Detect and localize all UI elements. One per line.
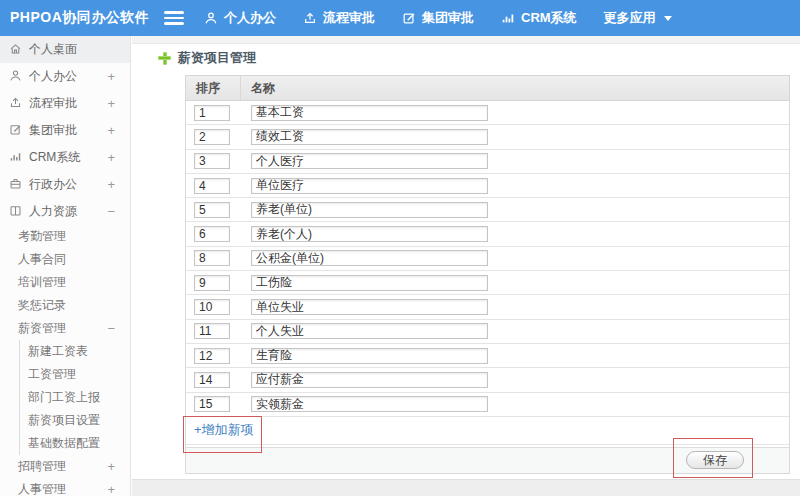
sidebar-item-label: 工资管理 — [28, 366, 76, 383]
sidebar-item-personal-office[interactable]: 个人办公 + — [0, 63, 130, 90]
collapse-minus-icon[interactable]: − — [107, 204, 115, 219]
table-row — [186, 174, 789, 198]
sidebar-item-basic-data-config[interactable]: 基础数据配置 — [20, 432, 130, 455]
sidebar-item-label: 部门工资上报 — [28, 389, 100, 406]
item-name-input[interactable] — [251, 348, 488, 364]
sort-order-input[interactable] — [194, 275, 230, 291]
page-title-text: 薪资项目管理 — [178, 49, 256, 67]
table-row — [186, 320, 789, 344]
sort-order-input[interactable] — [194, 178, 230, 194]
user-icon — [204, 11, 218, 25]
nav-item-more-apps[interactable]: 更多应用 — [604, 9, 672, 27]
green-plus-icon — [158, 52, 171, 65]
sort-order-input[interactable] — [194, 372, 230, 388]
column-header-name: 名称 — [241, 76, 789, 100]
table-row — [186, 125, 789, 149]
sidebar-item-label: 考勤管理 — [18, 228, 66, 245]
item-name-input[interactable] — [251, 226, 488, 242]
sort-order-input[interactable] — [194, 323, 230, 339]
add-new-item-link[interactable]: +增加新项 — [194, 421, 254, 439]
name-cell — [241, 178, 789, 194]
hamburger-menu-icon[interactable] — [164, 11, 184, 25]
table-row — [186, 150, 789, 174]
sidebar-item-recruitment-mgmt[interactable]: 招聘管理 + — [0, 455, 130, 478]
item-name-input[interactable] — [251, 153, 488, 169]
caret-down-icon — [664, 16, 672, 21]
sidebar-item-human-resources[interactable]: 人力资源 − — [0, 198, 130, 225]
item-name-input[interactable] — [251, 396, 488, 412]
expand-plus-icon[interactable]: + — [107, 123, 115, 138]
column-header-order: 排序 — [186, 76, 241, 100]
nav-label: 集团审批 — [422, 9, 474, 27]
sidebar-item-personal-desktop[interactable]: 个人桌面 — [0, 36, 130, 63]
order-cell — [186, 178, 241, 194]
item-name-input[interactable] — [251, 323, 488, 339]
sidebar-item-label: 基础数据配置 — [28, 435, 100, 452]
table-body — [186, 101, 789, 417]
table-body-wrap: +增加新项 保存 — [185, 101, 790, 474]
sidebar-item-group-approval[interactable]: 集团审批 + — [0, 117, 130, 144]
item-name-input[interactable] — [251, 202, 488, 218]
sort-order-input[interactable] — [194, 299, 230, 315]
item-name-input[interactable] — [251, 178, 488, 194]
expand-plus-icon[interactable]: + — [107, 459, 115, 474]
expand-plus-icon[interactable]: + — [107, 482, 115, 496]
table-row — [186, 295, 789, 319]
sidebar-item-hr-contract[interactable]: 人事合同 — [0, 248, 130, 271]
nav-label: CRM系统 — [521, 9, 577, 27]
sidebar-item-process-approval[interactable]: 流程审批 + — [0, 90, 130, 117]
sidebar-item-salary-mgmt[interactable]: 薪资管理 − — [0, 317, 130, 340]
sort-order-input[interactable] — [194, 202, 230, 218]
collapse-minus-icon[interactable]: − — [107, 321, 115, 336]
sidebar-item-label: 薪资项目设置 — [28, 412, 100, 429]
nav-label: 流程审批 — [323, 9, 375, 27]
item-name-input[interactable] — [251, 372, 488, 388]
sidebar-item-new-payroll[interactable]: 新建工资表 — [20, 340, 130, 363]
item-name-input[interactable] — [251, 105, 488, 121]
sort-order-input[interactable] — [194, 105, 230, 121]
sidebar: 个人桌面 个人办公 + 流程审批 + 集团审批 + CRM系统 + 行政办公 +… — [0, 36, 131, 496]
order-cell — [186, 129, 241, 145]
sidebar-item-crm-system[interactable]: CRM系统 + — [0, 144, 130, 171]
sort-order-input[interactable] — [194, 226, 230, 242]
sidebar-item-personnel-mgmt[interactable]: 人事管理 + — [0, 478, 130, 496]
sidebar-item-admin-office[interactable]: 行政办公 + — [0, 171, 130, 198]
sidebar-item-label: CRM系统 — [29, 149, 80, 166]
table-header-row: 排序 名称 — [185, 75, 790, 101]
page-title: 薪资项目管理 — [158, 49, 256, 67]
sidebar-item-label: 奖惩记录 — [18, 297, 66, 314]
expand-plus-icon[interactable]: + — [107, 150, 115, 165]
order-cell — [186, 275, 241, 291]
item-name-input[interactable] — [251, 250, 488, 266]
book-icon — [9, 204, 22, 220]
salary-submenu: 新建工资表 工资管理 部门工资上报 薪资项目设置 基础数据配置 — [19, 340, 130, 455]
nav-item-crm-system[interactable]: CRM系统 — [501, 9, 577, 27]
nav-item-group-approval[interactable]: 集团审批 — [402, 9, 474, 27]
expand-plus-icon[interactable]: + — [107, 96, 115, 111]
sidebar-item-training-mgmt[interactable]: 培训管理 — [0, 271, 130, 294]
sidebar-item-attendance-mgmt[interactable]: 考勤管理 — [0, 225, 130, 248]
item-name-input[interactable] — [251, 129, 488, 145]
sidebar-item-dept-payroll-report[interactable]: 部门工资上报 — [20, 386, 130, 409]
table-row — [186, 393, 789, 417]
sort-order-input[interactable] — [194, 153, 230, 169]
save-button[interactable]: 保存 — [686, 451, 744, 469]
item-name-input[interactable] — [251, 299, 488, 315]
edit-icon — [9, 123, 22, 139]
app-logo: PHPOA协同办公软件 — [0, 9, 150, 27]
sort-order-input[interactable] — [194, 129, 230, 145]
nav-label: 个人办公 — [224, 9, 276, 27]
nav-item-personal-office[interactable]: 个人办公 — [204, 9, 276, 27]
sort-order-input[interactable] — [194, 348, 230, 364]
sort-order-input[interactable] — [194, 396, 230, 412]
sidebar-item-payroll-mgmt[interactable]: 工资管理 — [20, 363, 130, 386]
add-item-row: +增加新项 — [186, 417, 789, 445]
sort-order-input[interactable] — [194, 250, 230, 266]
sidebar-item-salary-item-settings[interactable]: 薪资项目设置 — [20, 409, 130, 432]
sidebar-item-reward-records[interactable]: 奖惩记录 — [0, 294, 130, 317]
item-name-input[interactable] — [251, 275, 488, 291]
table-row — [186, 198, 789, 222]
expand-plus-icon[interactable]: + — [107, 177, 115, 192]
expand-plus-icon[interactable]: + — [107, 69, 115, 84]
nav-item-process-approval[interactable]: 流程审批 — [303, 9, 375, 27]
